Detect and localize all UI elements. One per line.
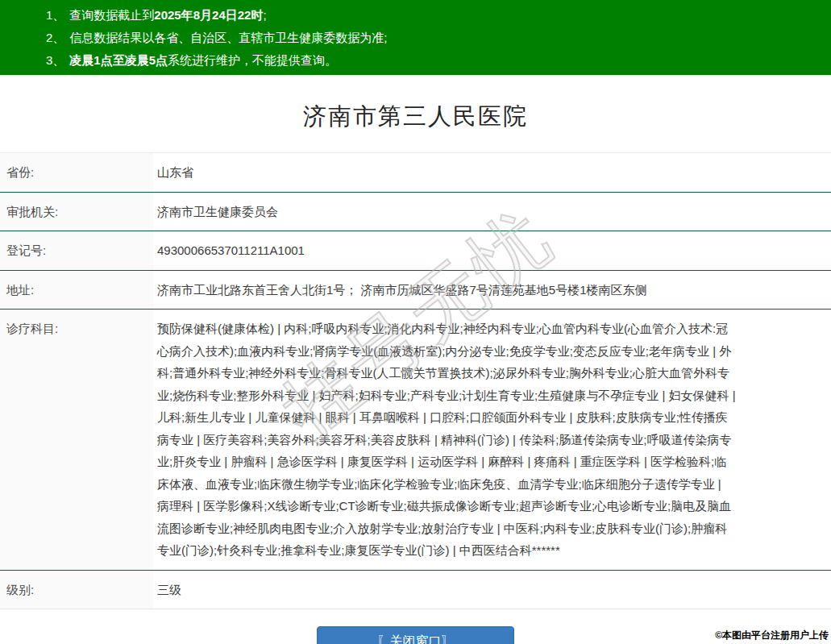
field-label-registration-number: 登记号: <box>0 231 153 270</box>
notice-item: 2、信息数据结果以各省、自治区、直辖市卫生健康委数据为准; <box>46 27 831 49</box>
notice-text: 系统进行维护，不能提供查询。 <box>168 53 337 67</box>
field-value-address: 济南市工业北路东首王舍人北街1号； 济南市历城区华盛路7号清莲苑基地5号楼1楼南… <box>153 271 831 310</box>
field-value-approval-authority: 济南市卫生健康委员会 <box>153 193 831 231</box>
field-label-approval-authority: 审批机关: <box>0 193 153 231</box>
page-title: 济南市第三人民医院 <box>0 101 831 133</box>
notice-number: 1、 <box>46 8 64 22</box>
table-row-approval-authority: 审批机关:济南市卫生健康委员会 <box>0 193 831 232</box>
field-label-address: 地址: <box>0 271 153 310</box>
field-label-level: 级别: <box>0 571 153 609</box>
table-row-registration-number: 登记号:49300066537011211A1001 <box>0 231 831 271</box>
info-table: 省份:山东省审批机关:济南市卫生健康委员会登记号:493000665370112… <box>0 152 831 609</box>
copyright-note: ©本图由平台注册用户上传 <box>715 629 829 642</box>
table-row-province: 省份:山东省 <box>0 153 831 193</box>
close-window-button[interactable]: 〖关闭窗口〗 <box>317 626 514 644</box>
field-label-departments: 诊疗科目: <box>0 310 153 570</box>
field-value-departments: 预防保健科(健康体检) | 内科;呼吸内科专业;消化内科专业;神经内科专业;心血… <box>153 310 831 570</box>
notice-text: 2025年8月24日22时 <box>154 8 263 22</box>
notice-number: 2、 <box>46 31 64 44</box>
notice-list: 1、查询数据截止到2025年8月24日22时;2、信息数据结果以各省、自治区、直… <box>46 4 831 72</box>
field-value-level: 三级 <box>153 571 831 609</box>
notice-number: 3、 <box>46 53 64 67</box>
table-row-address: 地址:济南市工业北路东首王舍人北街1号； 济南市历城区华盛路7号清莲苑基地5号楼… <box>0 271 831 310</box>
button-area: 〖关闭窗口〗 <box>0 626 831 644</box>
table-row-departments: 诊疗科目:预防保健科(健康体检) | 内科;呼吸内科专业;消化内科专业;神经内科… <box>0 310 831 571</box>
notice-item: 3、凌晨1点至凌晨5点系统进行维护，不能提供查询。 <box>46 49 831 72</box>
notice-text: ; <box>263 8 266 22</box>
notice-item: 1、查询数据截止到2025年8月24日22时; <box>46 4 831 27</box>
notice-text: 凌晨1点至凌晨5点 <box>69 53 168 67</box>
field-value-registration-number: 49300066537011211A1001 <box>153 231 831 270</box>
table-row-level: 级别:三级 <box>0 571 831 610</box>
notice-text: 查询数据截止到 <box>69 8 154 22</box>
notice-text: 信息数据结果以各省、自治区、直辖市卫生健康委数据为准; <box>69 31 387 44</box>
field-value-province: 山东省 <box>153 153 831 192</box>
field-label-province: 省份: <box>0 153 153 192</box>
notice-banner: 1、查询数据截止到2025年8月24日22时;2、信息数据结果以各省、自治区、直… <box>0 0 831 75</box>
